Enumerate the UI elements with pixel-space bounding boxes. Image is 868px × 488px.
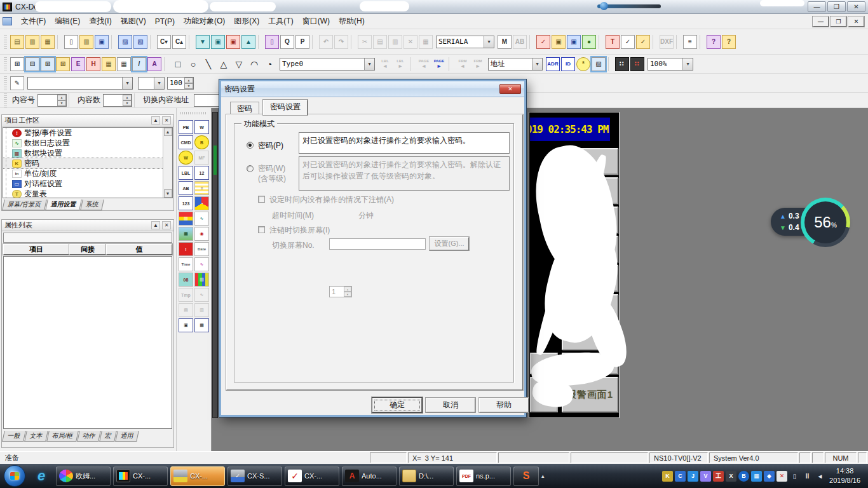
taskbar-folder[interactable]: D:\... bbox=[399, 466, 454, 486]
menu-file[interactable]: 文件(F) bbox=[17, 14, 50, 29]
doc-check-icon[interactable]: ✓ bbox=[621, 35, 635, 49]
child-minimize-button[interactable]: — bbox=[813, 17, 829, 27]
content-count-spinner[interactable]: ▲▼ bbox=[103, 94, 132, 107]
chevron-down-icon[interactable]: ▼ bbox=[364, 58, 374, 70]
tab-common[interactable]: 通用 bbox=[115, 431, 139, 442]
save-screen-icon[interactable]: ▣ bbox=[95, 35, 109, 49]
password-radio[interactable] bbox=[247, 142, 254, 149]
toolbox-temp[interactable]: Tmp bbox=[179, 288, 193, 302]
tree-datalog-settings[interactable]: ∿ 数据日志设置 bbox=[3, 138, 172, 148]
tree-scrollbar[interactable]: ▲ ▼ bbox=[163, 128, 172, 198]
table-new-icon[interactable]: ▦ bbox=[102, 57, 116, 71]
rect-tool-icon[interactable]: □ bbox=[171, 57, 185, 71]
toolbox-bitmap[interactable]: ▦ bbox=[179, 227, 193, 241]
help-icon[interactable]: ? bbox=[722, 35, 736, 49]
redo-icon[interactable]: ↷ bbox=[334, 35, 348, 49]
build-icon[interactable]: T bbox=[606, 35, 620, 49]
sheet-copy-icon[interactable]: ▧ bbox=[133, 35, 147, 49]
toolbox-multifunction[interactable]: MF bbox=[194, 151, 209, 165]
toolbox-table[interactable]: ▦ bbox=[194, 318, 209, 332]
tray-bird-icon[interactable]: V bbox=[700, 471, 711, 482]
tray-tool-icon[interactable]: 工 bbox=[713, 471, 724, 482]
window-cascade-icon[interactable]: ⊟ bbox=[25, 57, 39, 71]
tab-layout-frame[interactable]: 布局/框 bbox=[46, 431, 78, 442]
tray-key-icon[interactable]: K bbox=[662, 471, 673, 482]
sector-tool-icon[interactable]: ◔ bbox=[262, 57, 276, 71]
polyline-tool-icon[interactable]: ▽ bbox=[232, 57, 246, 71]
chevron-down-icon[interactable]: ▼ bbox=[154, 78, 164, 89]
tray-signal-icon[interactable]: ll bbox=[802, 471, 813, 482]
simulator-icon[interactable]: ● bbox=[582, 35, 596, 49]
scroll-down-icon[interactable]: ▼ bbox=[164, 189, 172, 198]
tray-battery-icon[interactable]: ▯ bbox=[789, 471, 800, 482]
tray-expand-icon[interactable]: ▴ bbox=[541, 473, 545, 479]
toolbox-numeral-input[interactable]: 12 bbox=[194, 166, 209, 180]
toolbox-frames[interactable]: ▣ bbox=[179, 318, 193, 332]
replace-icon[interactable]: AB bbox=[513, 35, 527, 49]
scroll-up-icon[interactable]: ▲ bbox=[164, 128, 172, 136]
tray-plane-icon[interactable]: X bbox=[726, 471, 736, 482]
manual-icon[interactable]: ? bbox=[707, 35, 721, 49]
font-style-combo[interactable]: ▼ bbox=[138, 77, 165, 90]
toolbox-document[interactable]: ▤ bbox=[179, 303, 193, 317]
tray-mute-icon[interactable]: ◄ bbox=[815, 471, 825, 482]
window-tile-icon[interactable]: ⊞ bbox=[41, 57, 55, 71]
tray-block-icon[interactable]: ✕ bbox=[776, 471, 787, 482]
switch-screen-checkbox[interactable] bbox=[258, 226, 265, 233]
panel-close-icon[interactable]: ✕ bbox=[162, 221, 171, 229]
toolbox-label[interactable]: LBL bbox=[179, 166, 193, 180]
restore-button[interactable]: ❐ bbox=[827, 1, 846, 12]
tree-alarm-event-settings[interactable]: ! 警报/事件设置 bbox=[3, 128, 172, 138]
grid-red-icon[interactable]: ∷ bbox=[630, 57, 644, 71]
tab-general[interactable]: 一般 bbox=[2, 431, 26, 442]
tab-macro[interactable]: 宏 bbox=[99, 431, 117, 442]
chevron-down-icon[interactable]: ▼ bbox=[122, 78, 132, 89]
menu-edit[interactable]: 编辑(E) bbox=[50, 14, 85, 29]
tab-text[interactable]: 文本 bbox=[24, 431, 48, 442]
dialog-close-button[interactable]: ✕ bbox=[499, 84, 521, 94]
folder-check-icon[interactable]: ✓ bbox=[636, 35, 650, 49]
taskbar-internet-explorer[interactable]: e bbox=[28, 466, 55, 486]
save-all-icon[interactable]: ▦ bbox=[41, 35, 55, 49]
toolbox-pushbutton[interactable]: PB bbox=[179, 120, 193, 134]
ellipse-tool-icon[interactable]: ○ bbox=[186, 57, 200, 71]
toolbox-alarm-display[interactable]: ! bbox=[179, 242, 193, 256]
mark-edit-icon[interactable]: H bbox=[86, 57, 100, 71]
property-list-icon[interactable]: ≡ bbox=[683, 35, 697, 49]
toolbox-date[interactable]: Date bbox=[194, 242, 209, 256]
ime-icon[interactable]: ▦ bbox=[419, 35, 433, 49]
panel-collapse-icon[interactable]: ▲ bbox=[151, 221, 160, 229]
address-tool-icon[interactable]: ADR bbox=[546, 57, 560, 71]
transfer-download-icon[interactable]: ▼ bbox=[196, 35, 210, 49]
child-close-button[interactable]: ✕ bbox=[848, 17, 864, 27]
menu-view[interactable]: 视图(V) bbox=[116, 14, 151, 29]
tab-common-settings[interactable]: 通用设置 bbox=[45, 200, 82, 210]
tree-dialog-settings[interactable]: ▭ 对话框设置 bbox=[3, 179, 172, 189]
toolbox-list[interactable]: ≡ bbox=[194, 181, 209, 195]
taskbar-cx-checker[interactable]: ✓ CX-... bbox=[285, 466, 339, 486]
password-level-radio[interactable] bbox=[247, 165, 254, 172]
polygon-tool-icon[interactable]: △ bbox=[217, 57, 231, 71]
grid-black-icon[interactable]: ∷ bbox=[615, 57, 629, 71]
page-next-icon[interactable]: PAGE▸ bbox=[432, 57, 446, 71]
sheet-new-icon[interactable]: ⊞ bbox=[56, 57, 70, 71]
menu-help[interactable]: 帮助(H) bbox=[334, 14, 369, 29]
page-prev-icon[interactable]: PAGE◂ bbox=[417, 57, 431, 71]
tree-password[interactable]: K 密码 bbox=[3, 158, 172, 168]
copy-icon[interactable]: ▤ bbox=[373, 35, 387, 49]
taskbar-clock[interactable]: 14:38 2019/8/16 bbox=[829, 466, 860, 486]
sheet-edit-icon[interactable]: E bbox=[71, 57, 85, 71]
window-display-icon[interactable]: ⊞ bbox=[10, 57, 24, 71]
panel-close-icon[interactable]: ✕ bbox=[162, 116, 171, 125]
switch-screen-field[interactable] bbox=[329, 238, 426, 250]
spin-up-icon[interactable]: ▲ bbox=[123, 95, 132, 100]
content-no-spinner[interactable]: ▲▼ bbox=[37, 94, 67, 107]
open-project-icon[interactable]: ▥ bbox=[25, 35, 39, 49]
toolbox-meter[interactable]: ◔ bbox=[194, 196, 209, 210]
dialog-title-bar[interactable]: 密码设置 ✕ bbox=[221, 81, 524, 97]
tree-unit-scale[interactable]: in 单位/刻度 bbox=[3, 168, 172, 179]
spin-up-icon[interactable]: ▲ bbox=[184, 78, 193, 83]
chevron-down-icon[interactable]: ▼ bbox=[532, 58, 542, 70]
minimize-button[interactable]: — bbox=[808, 1, 826, 12]
cancel-button[interactable]: 取消 bbox=[426, 398, 475, 412]
